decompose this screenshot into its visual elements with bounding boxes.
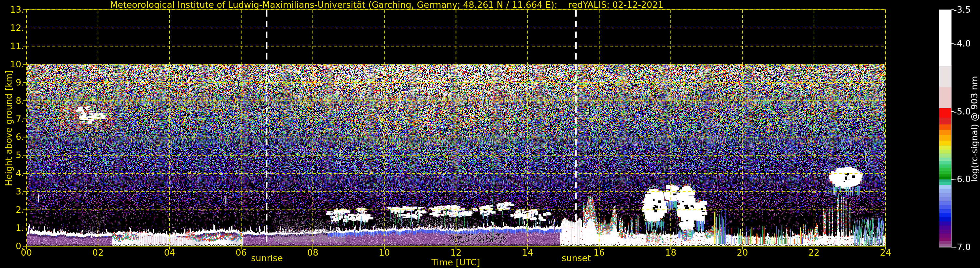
x-tick-label: 06	[227, 248, 256, 258]
colorbar-tick-label: -4.0	[954, 38, 980, 49]
y-tick-label: 6.	[0, 132, 24, 142]
y-tick-label: 12.	[0, 23, 24, 33]
y-tick-label: 10.	[0, 59, 24, 70]
y-tick-label: 5.	[0, 150, 24, 160]
x-tick-label: 14	[513, 248, 542, 258]
y-tick-label: 0.	[0, 241, 24, 251]
x-tick-label: 16	[584, 248, 614, 258]
y-tick-label: 7.	[0, 114, 24, 124]
y-tick-label: 3.	[0, 186, 24, 197]
y-tick-label: 1.	[0, 223, 24, 233]
x-tick-label: 02	[83, 248, 113, 258]
sunrise-annotation: sunrise	[251, 253, 283, 263]
x-tick-label: 22	[799, 248, 829, 258]
x-axis-label: Time [UTC]	[431, 258, 480, 267]
colorbar-tick-label: -5.0	[954, 106, 980, 117]
colorbar-tick-label: -3.5	[954, 5, 980, 15]
x-tick-label: 20	[728, 248, 757, 258]
page-title: Meteorological Institute of Ludwig-Maxim…	[110, 0, 663, 10]
y-tick-label: 2.	[0, 205, 24, 215]
x-tick-label: 08	[298, 248, 328, 258]
quicklook-plot-canvas	[0, 0, 980, 268]
colorbar-label: log(rc-signal) @ 903 nm	[970, 76, 979, 182]
x-tick-label: 24	[871, 248, 900, 258]
y-tick-label: 4.	[0, 168, 24, 179]
x-tick-label: 04	[155, 248, 184, 258]
y-tick-label: 13.	[0, 5, 24, 15]
y-tick-label: 11.	[0, 41, 24, 51]
x-tick-label: 18	[656, 248, 685, 258]
x-tick-label: 12	[441, 248, 471, 258]
x-tick-label: 10	[370, 248, 399, 258]
colorbar-tick-label: -7.0	[954, 242, 980, 252]
y-tick-label: 9.	[0, 78, 24, 88]
colorbar-tick-label: -6.0	[954, 174, 980, 184]
y-tick-label: 8.	[0, 96, 24, 106]
